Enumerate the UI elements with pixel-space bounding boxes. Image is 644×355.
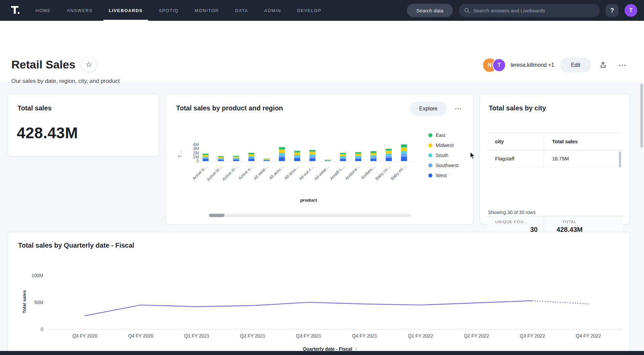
- bar-segment-southwest[interactable]: [386, 155, 392, 158]
- bar-segment-east[interactable]: [218, 156, 224, 157]
- bar-segment-south[interactable]: [203, 157, 209, 158]
- bar-segment-west[interactable]: [203, 159, 209, 161]
- bar-segment-midwest[interactable]: [310, 152, 316, 154]
- column-header-total-sales[interactable]: Total sales: [544, 133, 623, 150]
- nav-item-home[interactable]: HOME: [35, 0, 51, 21]
- legend-item-midwest[interactable]: Midwest: [428, 143, 459, 148]
- bar-segment-south[interactable]: [233, 158, 239, 158]
- bar-segment-midwest[interactable]: [264, 159, 270, 160]
- bar-segment-west[interactable]: [310, 158, 316, 161]
- bar-segment-south[interactable]: [249, 156, 255, 157]
- thoughtspot-logo[interactable]: [9, 4, 22, 17]
- global-search[interactable]: [459, 4, 600, 17]
- legend-item-east[interactable]: East: [428, 133, 459, 138]
- bar-segment-west[interactable]: [355, 159, 361, 161]
- bar-segment-southwest[interactable]: [218, 159, 224, 160]
- bar-segment-southwest[interactable]: [233, 159, 239, 160]
- bar-segment-east[interactable]: [325, 160, 331, 160]
- bar-segment-south[interactable]: [355, 155, 361, 157]
- bar-segment-south[interactable]: [340, 156, 346, 157]
- bar-segment-east[interactable]: [401, 144, 407, 147]
- bar-segment-southwest[interactable]: [355, 157, 361, 159]
- nav-item-spotiq[interactable]: SPOTIQ: [158, 0, 179, 21]
- bar-segment-midwest[interactable]: [279, 150, 285, 153]
- share-button[interactable]: [596, 58, 610, 72]
- bar-segment-midwest[interactable]: [371, 153, 377, 155]
- bar-segment-midwest[interactable]: [386, 151, 392, 153]
- bar-segment-southwest[interactable]: [249, 157, 255, 159]
- nav-item-data[interactable]: DATA: [234, 0, 249, 21]
- bar-segment-south[interactable]: [371, 155, 377, 157]
- bar-segment-west[interactable]: [218, 160, 224, 161]
- bar-segment-south[interactable]: [279, 153, 285, 155]
- bar-segment-southwest[interactable]: [310, 156, 316, 158]
- bar-segment-east[interactable]: [340, 153, 346, 154]
- bar-segment-west[interactable]: [340, 159, 346, 161]
- bar-segment-midwest[interactable]: [401, 147, 407, 151]
- bar-segment-east[interactable]: [233, 156, 239, 156]
- table-vscrollbar-thumb[interactable]: [619, 151, 621, 167]
- window-scrollbar-thumb[interactable]: [640, 84, 643, 148]
- bar-segment-south[interactable]: [310, 154, 316, 156]
- bar-segment-southwest[interactable]: [264, 160, 270, 160]
- card-more-button[interactable]: ⋯: [451, 103, 465, 114]
- bar-segment-midwest[interactable]: [249, 154, 255, 156]
- bar-segment-midwest[interactable]: [233, 157, 239, 158]
- bar-segment-east[interactable]: [203, 154, 209, 155]
- bar-segment-south[interactable]: [386, 153, 392, 156]
- chart-hscrollbar-thumb[interactable]: [209, 214, 224, 217]
- bar-segment-west[interactable]: [386, 158, 392, 161]
- bar-segment-east[interactable]: [264, 159, 270, 159]
- legend-item-south[interactable]: South: [428, 153, 459, 158]
- bar-segment-east[interactable]: [371, 151, 377, 153]
- chart-hscrollbar[interactable]: [209, 214, 411, 217]
- nav-item-liveboards[interactable]: LIVEBOARDS: [108, 0, 143, 21]
- edit-button[interactable]: Edit: [560, 58, 591, 72]
- bar-segment-east[interactable]: [249, 153, 255, 154]
- bar-segment-west[interactable]: [401, 157, 407, 161]
- bar-segment-southwest[interactable]: [294, 157, 300, 159]
- bar-segment-south[interactable]: [294, 155, 300, 157]
- bar-segment-west[interactable]: [233, 160, 239, 161]
- bar-segment-southwest[interactable]: [325, 160, 331, 161]
- nav-item-answers[interactable]: ANSWERS: [66, 0, 93, 21]
- bar-segment-south[interactable]: [325, 160, 331, 160]
- bar-segment-southwest[interactable]: [340, 157, 346, 159]
- bar-segment-west[interactable]: [249, 159, 255, 161]
- bar-segment-west[interactable]: [294, 158, 300, 161]
- bar-segment-east[interactable]: [294, 151, 300, 152]
- explore-button[interactable]: Explore: [410, 102, 447, 116]
- nav-item-develop[interactable]: DEVELOP: [297, 0, 322, 21]
- bar-segment-southwest[interactable]: [203, 158, 209, 159]
- bar-segment-southwest[interactable]: [401, 154, 407, 157]
- bar-segment-southwest[interactable]: [279, 155, 285, 157]
- legend-item-southwest[interactable]: Southwest: [428, 163, 459, 168]
- bar-segment-east[interactable]: [279, 147, 285, 149]
- bar-segment-west[interactable]: [325, 161, 331, 161]
- bar-segment-midwest[interactable]: [325, 160, 331, 160]
- bar-segment-east[interactable]: [386, 149, 392, 151]
- bar-segment-east[interactable]: [310, 150, 316, 152]
- bar-segment-midwest[interactable]: [355, 154, 361, 156]
- user-avatar[interactable]: T: [625, 4, 637, 17]
- legend-item-west[interactable]: West: [428, 173, 459, 178]
- bar-segment-midwest[interactable]: [218, 157, 224, 158]
- search-data-button[interactable]: Search data: [407, 4, 453, 17]
- bar-segment-west[interactable]: [371, 159, 377, 161]
- search-input[interactable]: [473, 8, 594, 13]
- bar-segment-west[interactable]: [264, 160, 270, 161]
- bar-segment-southwest[interactable]: [371, 157, 377, 159]
- table-row[interactable]: Flagstaff 16.75M: [488, 150, 623, 167]
- nav-item-monitor[interactable]: MONITOR: [194, 0, 219, 21]
- bar-segment-west[interactable]: [279, 157, 285, 161]
- nav-item-admin[interactable]: ADMIN: [264, 0, 282, 21]
- bar-segment-south[interactable]: [218, 158, 224, 159]
- favorite-star-button[interactable]: ☆: [82, 57, 96, 72]
- more-options-button[interactable]: ⋯: [615, 58, 630, 72]
- bar-segment-south[interactable]: [401, 151, 407, 154]
- bar-segment-south[interactable]: [264, 160, 270, 160]
- help-button[interactable]: ?: [606, 4, 619, 17]
- bar-segment-midwest[interactable]: [294, 152, 300, 155]
- bar-segment-midwest[interactable]: [340, 154, 346, 156]
- column-header-city[interactable]: city: [488, 133, 544, 150]
